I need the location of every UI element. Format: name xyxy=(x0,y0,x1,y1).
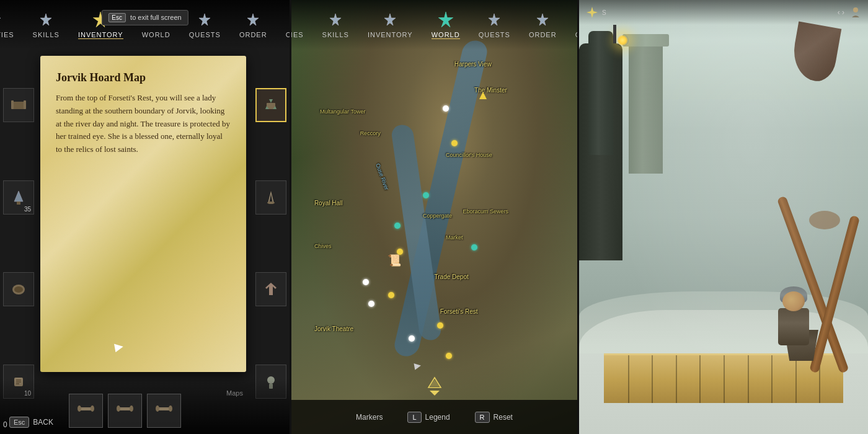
inv-item-1[interactable] xyxy=(3,88,34,122)
abilities-icon xyxy=(0,11,4,29)
map-nav-abilities[interactable]: Abilities xyxy=(290,11,304,38)
marker-5 xyxy=(437,322,443,329)
white-marker-1 xyxy=(443,105,449,112)
skills-icon xyxy=(37,11,55,29)
lamp-glow xyxy=(616,34,629,46)
inventory-label: Inventory xyxy=(78,31,123,39)
svg-rect-7 xyxy=(12,102,25,109)
map-abilities-label: Abilities xyxy=(290,31,304,38)
bg-statue xyxy=(629,37,663,174)
right-inventory-items xyxy=(252,53,290,434)
reset-label: Reset xyxy=(494,413,513,422)
back-key: Esc xyxy=(9,417,29,428)
svg-marker-36 xyxy=(430,391,440,396)
map-bottom-icon xyxy=(427,376,442,397)
white-marker-3 xyxy=(363,279,369,285)
map-nav-skills[interactable]: Skills xyxy=(322,11,349,38)
map-inventory-label: Inventory xyxy=(368,31,413,38)
svg-marker-37 xyxy=(587,7,598,18)
gameplay-panel: S ‹ › xyxy=(579,0,868,434)
map-nav-inventory[interactable]: Inventory xyxy=(368,11,413,38)
marker-4 xyxy=(446,353,452,359)
item-description: From the top of Forseti's Rest, you will… xyxy=(56,92,231,156)
map-skills-label: Skills xyxy=(322,31,349,38)
marker-1 xyxy=(451,140,458,146)
map-controls-bar: Markers L Legend R Reset xyxy=(291,400,577,434)
quests-icon xyxy=(196,11,213,29)
nav-quests[interactable]: Quests xyxy=(189,11,221,38)
hud-nav-arrows: ‹ › xyxy=(838,8,844,17)
map-skills-icon xyxy=(327,11,344,29)
bottom-bar: Esc BACK 0 xyxy=(0,378,290,434)
inv-item-3[interactable] xyxy=(3,272,34,306)
map-nav-order[interactable]: Order xyxy=(529,11,557,38)
esc-tooltip: Esc to exit full screen xyxy=(101,10,188,25)
svg-marker-27 xyxy=(290,14,290,25)
plank-5 xyxy=(724,355,725,403)
map-nav-quests[interactable]: Quests xyxy=(479,11,510,38)
player-marker xyxy=(479,92,487,99)
svg-marker-29 xyxy=(384,14,396,25)
map-abilities-icon xyxy=(290,11,293,29)
legend-control[interactable]: L Legend xyxy=(407,412,450,423)
codex-label: Codex xyxy=(286,31,290,38)
inv-item-r1[interactable] xyxy=(255,88,286,122)
inv-item-r2[interactable] xyxy=(255,180,286,215)
reset-control[interactable]: R Reset xyxy=(475,412,513,423)
scroll-item-2[interactable] xyxy=(108,394,142,428)
teal-marker-1 xyxy=(423,192,429,198)
svg-point-22 xyxy=(117,405,120,412)
map-nav-bar: Abilities Skills Inventory World Quests xyxy=(291,0,577,50)
svg-marker-28 xyxy=(330,14,341,25)
svg-rect-9 xyxy=(24,100,26,109)
map-nav-world[interactable]: World xyxy=(432,11,460,39)
marker-3 xyxy=(388,292,394,298)
nav-skills[interactable]: Skills xyxy=(33,11,60,38)
order-icon xyxy=(244,11,262,29)
nav-order[interactable]: Order xyxy=(239,11,267,38)
inventory-panel: Abilities Skills Inventory World Quests xyxy=(0,0,290,434)
character-head xyxy=(782,291,805,311)
skills-label: Skills xyxy=(33,31,60,38)
esc-key: Esc xyxy=(108,13,126,22)
map-order-icon xyxy=(534,11,551,29)
reset-key: R xyxy=(475,412,490,423)
markers-control[interactable]: Markers xyxy=(356,413,383,422)
svg-marker-31 xyxy=(489,14,500,25)
white-marker-4 xyxy=(368,301,374,307)
svg-point-12 xyxy=(14,286,23,293)
svg-marker-1 xyxy=(40,14,51,25)
scroll-item-1[interactable] xyxy=(69,394,103,428)
world-label: World xyxy=(142,31,170,38)
map-quests-icon xyxy=(485,11,503,29)
hud-s-label: S xyxy=(602,9,606,16)
map-world-icon xyxy=(437,11,454,29)
hud-right: ‹ › xyxy=(838,6,862,19)
map-quests-label: Quests xyxy=(479,31,510,38)
legend-label: Legend xyxy=(425,413,450,422)
teal-marker-3 xyxy=(471,244,477,250)
svg-marker-32 xyxy=(537,14,548,25)
statue-arm xyxy=(622,34,669,46)
item-count: 0 xyxy=(3,420,7,429)
scroll-item-3[interactable] xyxy=(147,394,181,428)
left-inventory-items: 35 10 xyxy=(0,53,37,434)
plank-1 xyxy=(628,355,629,403)
bg-tree-left2 xyxy=(588,31,613,155)
svg-rect-8 xyxy=(11,100,14,109)
nav-codex[interactable]: Codex xyxy=(286,11,290,38)
markers-label: Markers xyxy=(356,413,383,422)
inv-item-2[interactable]: 35 xyxy=(3,180,34,215)
nav-abilities[interactable]: Abilities xyxy=(0,11,14,38)
map-world-label: World xyxy=(432,31,460,39)
parchment-item: Jorvik Hoard Map From the top of Forseti… xyxy=(40,56,246,372)
hud-compass-icon xyxy=(585,6,599,19)
back-label: BACK xyxy=(33,418,53,427)
tooltip-text: to exit full screen xyxy=(130,14,182,21)
plank-4 xyxy=(699,355,701,403)
svg-marker-30 xyxy=(438,12,453,27)
plank-6 xyxy=(748,355,749,403)
svg-point-15 xyxy=(267,202,275,204)
inv-item-r3[interactable] xyxy=(255,272,286,306)
back-button[interactable]: Esc BACK xyxy=(9,417,53,428)
